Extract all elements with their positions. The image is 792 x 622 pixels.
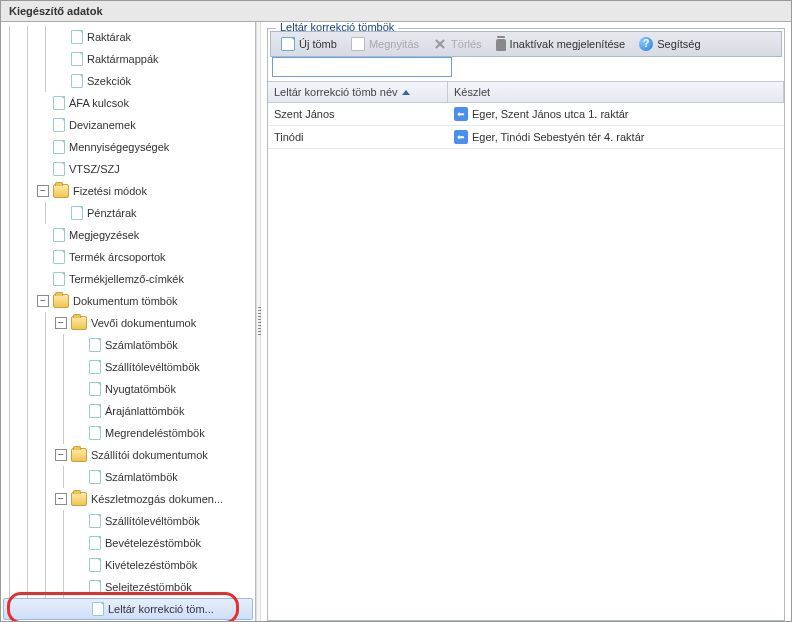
link-icon[interactable]: ⬅	[454, 107, 468, 121]
link-icon[interactable]: ⬅	[454, 130, 468, 144]
tree-item-szamlatombok[interactable]: Számlatömbök	[1, 334, 255, 356]
show-inactive-button[interactable]: Inaktívak megjelenítése	[490, 35, 632, 53]
tree-item-vevoi[interactable]: −Vevői dokumentumok	[1, 312, 255, 334]
tree-item-arcsoportok[interactable]: Termék árcsoportok	[1, 246, 255, 268]
tree-item-penztarak[interactable]: Pénztárak	[1, 202, 255, 224]
help-button[interactable]: ?Segítség	[633, 35, 706, 53]
tree-item-keszletmozgas[interactable]: −Készletmozgás dokumen...	[1, 488, 255, 510]
tree-item-mennyiseg[interactable]: Mennyiségegységek	[1, 136, 255, 158]
cell-name: Szent János	[274, 108, 335, 120]
doc-icon	[53, 250, 65, 264]
open-icon	[351, 37, 365, 51]
doc-icon	[53, 162, 65, 176]
tree-item-szallitolevel2[interactable]: Szállítólevéltömbök	[1, 510, 255, 532]
doc-icon	[89, 558, 101, 572]
tree-item-megjegyzesek[interactable]: Megjegyzések	[1, 224, 255, 246]
window-title: Kiegészítő adatok	[1, 1, 791, 22]
tree-item-nyugta[interactable]: Nyugtatömbök	[1, 378, 255, 400]
tree-item-selejtezes[interactable]: Selejtezéstömbök	[1, 576, 255, 598]
collapse-toggle[interactable]: −	[55, 317, 67, 329]
folder-icon	[71, 448, 87, 462]
tree-item-fizetesi[interactable]: −Fizetési módok	[1, 180, 255, 202]
main-panel: Leltár korrekció tömbök Új tömb Megnyitá…	[267, 28, 785, 621]
doc-icon	[53, 118, 65, 132]
column-keszlet[interactable]: Készlet	[448, 82, 784, 102]
grid-header: Leltár korrekció tömb név Készlet	[268, 82, 784, 103]
trash-icon	[496, 39, 506, 51]
doc-icon	[89, 580, 101, 594]
doc-icon	[53, 140, 65, 154]
folder-icon	[53, 294, 69, 308]
tree-item-szallitoi[interactable]: −Szállítói dokumentumok	[1, 444, 255, 466]
table-row[interactable]: Szent János ⬅Eger, Szent János utca 1. r…	[268, 103, 784, 126]
doc-icon	[89, 470, 101, 484]
collapse-toggle[interactable]: −	[37, 185, 49, 197]
help-icon: ?	[639, 37, 653, 51]
folder-icon	[71, 316, 87, 330]
sidebar-tree[interactable]: Raktárak Raktármappák Szekciók ÁFA kulcs…	[1, 22, 256, 621]
toolbar: Új tömb Megnyitás Törlés Inaktívak megje…	[270, 31, 782, 57]
tree-item-raktarmappak[interactable]: Raktármappák	[1, 48, 255, 70]
tree-item-bevetelezes[interactable]: Bevételezéstömbök	[1, 532, 255, 554]
tree-item-raktarak[interactable]: Raktárak	[1, 26, 255, 48]
doc-icon	[71, 52, 83, 66]
table-row[interactable]: Tinódi ⬅Eger, Tinódi Sebestyén tér 4. ra…	[268, 126, 784, 149]
cell-keszlet: Eger, Tinódi Sebestyén tér 4. raktár	[472, 131, 644, 143]
tree-item-doktombok[interactable]: −Dokumentum tömbök	[1, 290, 255, 312]
tree-item-jellemzo[interactable]: Termékjellemző-címkék	[1, 268, 255, 290]
doc-icon	[89, 382, 101, 396]
folder-icon	[71, 492, 87, 506]
folder-icon	[53, 184, 69, 198]
tree-item-vtsz[interactable]: VTSZ/SZJ	[1, 158, 255, 180]
tree-item-leltar-korrekcio[interactable]: Leltár korrekció töm...	[3, 598, 253, 620]
doc-icon	[89, 338, 101, 352]
doc-icon	[71, 206, 83, 220]
collapse-toggle[interactable]: −	[37, 295, 49, 307]
new-icon	[281, 37, 295, 51]
tree-item-arajanlat[interactable]: Árajánlattömbök	[1, 400, 255, 422]
grid[interactable]: Leltár korrekció tömb név Készlet Szent …	[268, 81, 784, 620]
cell-keszlet: Eger, Szent János utca 1. raktár	[472, 108, 629, 120]
cell-name: Tinódi	[274, 131, 304, 143]
delete-icon	[433, 37, 447, 51]
doc-icon	[71, 30, 83, 44]
filter-input[interactable]	[272, 57, 452, 77]
sort-asc-icon	[402, 90, 410, 95]
doc-icon	[89, 426, 101, 440]
open-button[interactable]: Megnyitás	[345, 35, 425, 53]
doc-icon	[53, 96, 65, 110]
tree-item-afa[interactable]: ÁFA kulcsok	[1, 92, 255, 114]
doc-icon	[89, 536, 101, 550]
collapse-toggle[interactable]: −	[55, 449, 67, 461]
tree-item-deviza[interactable]: Devizanemek	[1, 114, 255, 136]
tree-item-szekciok[interactable]: Szekciók	[1, 70, 255, 92]
collapse-toggle[interactable]: −	[55, 493, 67, 505]
tree-item-megrendeles[interactable]: Megrendeléstömbök	[1, 422, 255, 444]
delete-button[interactable]: Törlés	[427, 35, 488, 53]
tree-item-kivetelezes[interactable]: Kivételezéstömbök	[1, 554, 255, 576]
tree-item-szallitolevel1[interactable]: Szállítólevéltömbök	[1, 356, 255, 378]
doc-icon	[92, 602, 104, 616]
splitter-handle[interactable]	[256, 22, 261, 621]
doc-icon	[53, 272, 65, 286]
doc-icon	[89, 514, 101, 528]
doc-icon	[53, 228, 65, 242]
doc-icon	[89, 360, 101, 374]
new-button[interactable]: Új tömb	[275, 35, 343, 53]
column-name[interactable]: Leltár korrekció tömb név	[268, 82, 448, 102]
tree-item-szamlatombok2[interactable]: Számlatömbök	[1, 466, 255, 488]
doc-icon	[89, 404, 101, 418]
doc-icon	[71, 74, 83, 88]
